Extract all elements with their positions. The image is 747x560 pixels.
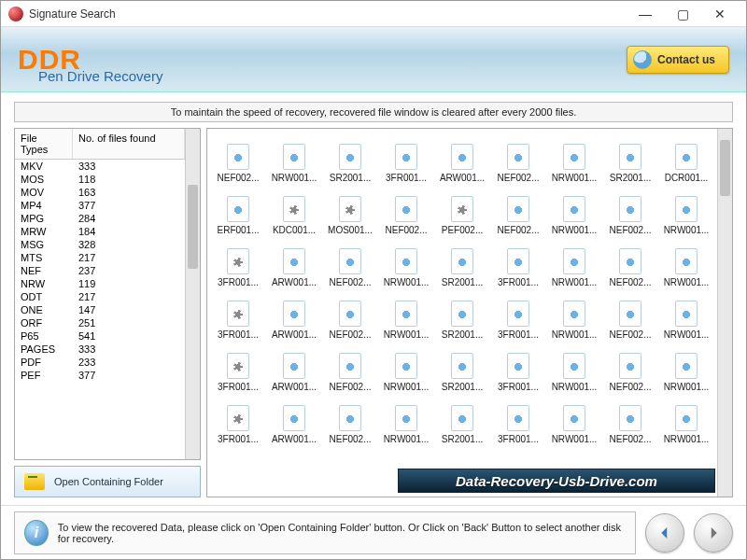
table-row[interactable]: MOS118 bbox=[15, 173, 185, 186]
file-item[interactable]: NEF002... bbox=[379, 187, 433, 235]
file-item[interactable]: NRW001... bbox=[659, 239, 713, 287]
file-item[interactable]: NRW001... bbox=[267, 134, 321, 183]
left-column: File Types No. of files found MKV333MOS1… bbox=[14, 128, 201, 497]
file-item[interactable]: NRW001... bbox=[547, 291, 601, 340]
file-item[interactable]: SR2001... bbox=[435, 343, 489, 392]
file-item[interactable]: 3FR001... bbox=[491, 396, 545, 444]
file-item[interactable]: NRW001... bbox=[659, 396, 713, 444]
table-row[interactable]: PAGES333 bbox=[15, 343, 185, 356]
file-item[interactable]: NEF002... bbox=[491, 187, 545, 235]
file-item[interactable]: 3FR001... bbox=[491, 291, 545, 340]
table-row[interactable]: MRW184 bbox=[15, 225, 185, 238]
next-button[interactable] bbox=[694, 513, 733, 553]
file-item[interactable]: SR2001... bbox=[435, 291, 489, 340]
file-item[interactable]: NRW001... bbox=[659, 291, 713, 340]
table-row[interactable]: MOV163 bbox=[15, 186, 185, 199]
table-row[interactable]: P65541 bbox=[15, 329, 185, 343]
file-item[interactable]: NRW001... bbox=[547, 343, 601, 392]
contact-us-button[interactable]: Contact us bbox=[627, 46, 729, 74]
file-item[interactable]: NEF002... bbox=[603, 396, 657, 444]
file-item[interactable]: NEF002... bbox=[323, 396, 377, 444]
files-scroll-thumb[interactable] bbox=[720, 140, 730, 196]
file-item[interactable]: DCR001... bbox=[659, 134, 713, 183]
open-containing-folder-button[interactable]: Open Containing Folder bbox=[14, 466, 201, 497]
minimize-button[interactable]: — bbox=[627, 4, 664, 24]
file-item[interactable]: NRW001... bbox=[547, 187, 601, 235]
file-item[interactable]: 3FR001... bbox=[211, 239, 265, 287]
file-item[interactable]: ARW001... bbox=[267, 239, 321, 287]
table-row[interactable]: MP4377 bbox=[15, 199, 185, 212]
document-file-icon bbox=[227, 196, 249, 222]
table-row[interactable]: ONE147 bbox=[15, 303, 185, 316]
table-row[interactable]: MSG328 bbox=[15, 238, 185, 251]
types-scroll-thumb[interactable] bbox=[188, 185, 198, 269]
file-item[interactable]: NEF002... bbox=[323, 239, 377, 287]
file-item[interactable]: NRW001... bbox=[547, 396, 601, 444]
file-name: 3FR001... bbox=[498, 329, 539, 340]
file-types-table-inner: File Types No. of files found MKV333MOS1… bbox=[15, 129, 185, 459]
files-scrollbar[interactable] bbox=[717, 129, 732, 497]
file-item[interactable]: NEF002... bbox=[603, 187, 657, 235]
file-item[interactable]: ARW001... bbox=[267, 396, 321, 444]
file-item[interactable]: NRW001... bbox=[379, 343, 433, 392]
col-files-found[interactable]: No. of files found bbox=[73, 129, 185, 159]
file-item[interactable]: ERF001... bbox=[211, 187, 265, 235]
file-name: NRW001... bbox=[552, 382, 598, 392]
file-item[interactable]: NRW001... bbox=[659, 343, 713, 392]
file-item[interactable]: NRW001... bbox=[379, 291, 433, 340]
file-item[interactable]: 3FR001... bbox=[491, 239, 545, 287]
file-item[interactable]: 3FR001... bbox=[211, 396, 265, 444]
cell-count: 217 bbox=[73, 251, 185, 264]
file-item[interactable]: SR2001... bbox=[435, 396, 489, 444]
file-item[interactable]: NEF002... bbox=[323, 343, 377, 392]
file-item[interactable]: SR2001... bbox=[603, 134, 657, 183]
document-file-icon bbox=[283, 144, 305, 170]
file-item[interactable]: MOS001... bbox=[323, 187, 377, 235]
file-item[interactable]: NEF002... bbox=[603, 239, 657, 287]
file-item[interactable]: NRW001... bbox=[547, 134, 601, 183]
table-row[interactable]: NRW119 bbox=[15, 277, 185, 290]
table-row[interactable]: MKV333 bbox=[15, 160, 185, 173]
col-file-types[interactable]: File Types bbox=[15, 129, 73, 159]
file-item[interactable]: ARW001... bbox=[267, 343, 321, 392]
file-item[interactable]: NRW001... bbox=[547, 239, 601, 287]
file-item[interactable]: SR2001... bbox=[323, 134, 377, 183]
maximize-button[interactable]: ▢ bbox=[664, 4, 701, 24]
file-item[interactable]: NEF002... bbox=[323, 291, 377, 340]
file-item[interactable]: NRW001... bbox=[379, 239, 433, 287]
table-row[interactable]: MTS217 bbox=[15, 251, 185, 264]
table-row[interactable]: ORF251 bbox=[15, 316, 185, 329]
close-button[interactable]: ✕ bbox=[701, 4, 739, 24]
file-item[interactable]: 3FR001... bbox=[491, 343, 545, 392]
table-row[interactable]: PEF377 bbox=[15, 369, 185, 382]
file-name: ERF001... bbox=[217, 225, 259, 235]
file-item[interactable]: 3FR001... bbox=[379, 134, 433, 183]
file-item[interactable]: NEF002... bbox=[603, 343, 657, 392]
file-item[interactable]: KDC001... bbox=[267, 187, 321, 235]
table-row[interactable]: NEF237 bbox=[15, 264, 185, 277]
types-scrollbar[interactable] bbox=[185, 129, 200, 459]
file-item[interactable]: 3FR001... bbox=[211, 343, 265, 392]
file-name: NEF002... bbox=[497, 173, 539, 183]
file-item[interactable]: NEF002... bbox=[211, 134, 265, 183]
file-item[interactable]: NRW001... bbox=[659, 187, 713, 235]
file-item[interactable]: NEF002... bbox=[603, 291, 657, 340]
file-name: NEF002... bbox=[609, 382, 651, 392]
table-row[interactable]: MPG284 bbox=[15, 212, 185, 225]
document-file-icon bbox=[283, 248, 305, 274]
file-item[interactable]: ARW001... bbox=[267, 291, 321, 340]
file-item[interactable]: NEF002... bbox=[491, 134, 545, 183]
table-body: MKV333MOS118MOV163MP4377MPG284MRW184MSG3… bbox=[15, 160, 185, 382]
file-item[interactable]: ARW001... bbox=[435, 134, 489, 183]
table-row[interactable]: PDF233 bbox=[15, 356, 185, 369]
file-item[interactable]: SR2001... bbox=[435, 239, 489, 287]
file-item[interactable]: PEF002... bbox=[435, 187, 489, 235]
document-file-icon bbox=[675, 301, 698, 327]
file-item[interactable]: NRW001... bbox=[379, 396, 433, 444]
document-file-icon bbox=[395, 301, 417, 327]
files-grid: NEF002...NRW001...SR2001...3FR001...ARW0… bbox=[207, 129, 717, 497]
back-button[interactable] bbox=[645, 513, 684, 553]
cell-count: 333 bbox=[73, 343, 185, 356]
table-row[interactable]: ODT217 bbox=[15, 290, 185, 303]
file-item[interactable]: 3FR001... bbox=[211, 291, 265, 340]
